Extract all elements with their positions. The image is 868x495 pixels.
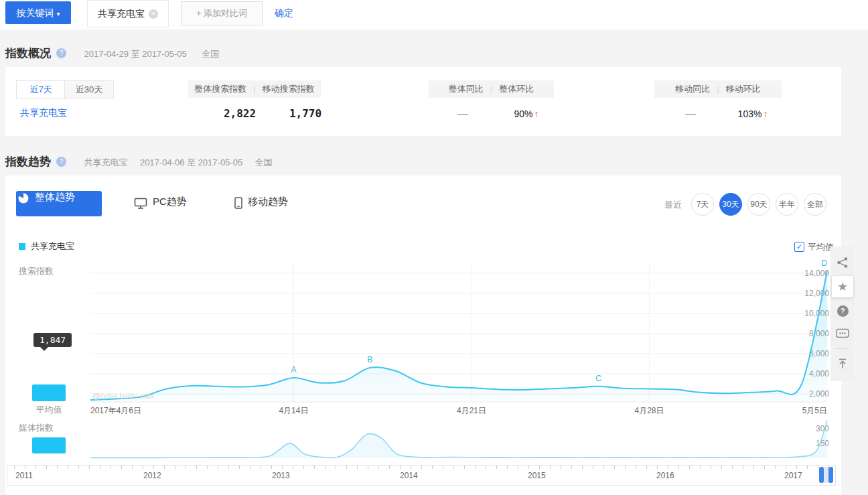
timeline-selection[interactable]: [824, 467, 828, 483]
tab-last-7-days[interactable]: 近7天: [16, 80, 66, 99]
trend-panel: 整体趋势 PC趋势 移动趋势 最近 7天 30天 90天 半年 全部 共享充电宝…: [5, 175, 841, 495]
overall-compare-headers: 整体同比|整体环比: [429, 80, 554, 98]
average-color-swatch: [32, 384, 66, 401]
keyword-mode-button[interactable]: 按关键词▾: [5, 1, 71, 24]
trend-date-range: 2017-04-06 至 2017-05-05: [140, 157, 242, 167]
svg-text:D: D: [821, 260, 827, 268]
floating-toolbar: ★ ?: [830, 246, 855, 381]
overall-search-index-header: 整体搜索指数: [194, 84, 246, 94]
timeline-handle-right[interactable]: [828, 467, 833, 483]
timeline-handle-left[interactable]: [819, 467, 824, 483]
timeline-brush[interactable]: 2011201220132014201520162017: [7, 465, 836, 486]
overview-header: 指数概况? 2017-04-29 至 2017-05-05 全国: [5, 46, 219, 61]
legend-keyword[interactable]: 共享充电宝: [31, 240, 74, 253]
plus-sign: +: [196, 8, 202, 18]
mobile-yoy-value: —: [664, 105, 717, 123]
timeline-year: 2015: [528, 471, 546, 480]
overview-title: 指数概况: [5, 47, 51, 60]
baidu-index-page: 按关键词▾ 共享充电宝+ + 添加对比词 确定 指数概况? 2017-04-29…: [0, 0, 868, 495]
svg-text:300: 300: [816, 424, 829, 433]
media-index-chart[interactable]: 300150: [86, 419, 837, 460]
toolbar-divider: [837, 348, 849, 349]
timeline-year: 2016: [656, 471, 674, 480]
overall-search-index-value: 2,822: [206, 105, 273, 123]
up-arrow-icon: [763, 109, 768, 119]
share-icon: [837, 257, 849, 269]
average-label: 平均值: [32, 404, 66, 416]
chevron-down-icon: ▾: [56, 10, 60, 17]
svg-text:4月28日: 4月28日: [634, 406, 664, 415]
top-toolbar: 按关键词▾ 共享充电宝+ + 添加对比词 确定: [0, 0, 868, 29]
trend-region: 全国: [255, 157, 273, 167]
back-to-top-button[interactable]: [833, 354, 852, 373]
trend-title: 指数趋势: [5, 155, 51, 168]
tab-overall-trend[interactable]: 整体趋势: [16, 191, 102, 216]
overall-mom-header: 整体环比: [499, 84, 534, 94]
svg-text:A: A: [291, 365, 296, 374]
add-compare-label: 添加对比词: [204, 8, 247, 18]
tab-last-30-days[interactable]: 近30天: [64, 80, 114, 99]
range-90-days[interactable]: 90天: [747, 193, 770, 216]
mobile-mom-header: 移动环比: [726, 84, 761, 94]
range-all[interactable]: 全部: [804, 193, 826, 216]
mobile-yoy-header: 移动同比: [675, 84, 710, 94]
trend-keyword: 共享充电宝: [84, 157, 127, 167]
overview-date-range: 2017-04-29 至 2017-05-05: [84, 49, 186, 59]
svg-text:C: C: [595, 374, 601, 383]
overview-keyword-link[interactable]: 共享充电宝: [20, 107, 67, 119]
search-index-axis-label: 搜索指数: [19, 265, 54, 277]
help-button[interactable]: ?: [833, 301, 852, 320]
timeline-year: 2013: [272, 471, 290, 480]
range-30-days[interactable]: 30天: [719, 193, 742, 216]
timeline-ticks: [14, 466, 831, 469]
svg-text:4月14日: 4月14日: [279, 406, 308, 415]
star-icon: ★: [837, 281, 848, 293]
media-average-color-swatch: [32, 437, 66, 453]
svg-text:2017年4月6日: 2017年4月6日: [90, 406, 141, 415]
arrow-up-icon: [837, 358, 849, 370]
search-index-chart[interactable]: 2,0004,0006,0008,00010,00012,00014,000AB…: [86, 260, 837, 421]
mobile-mom-percent: 103%: [738, 109, 762, 119]
overview-region: 全国: [202, 49, 219, 59]
feedback-button[interactable]: [833, 324, 852, 343]
comment-icon: [836, 328, 849, 340]
overall-mom-value: 90%: [493, 105, 560, 123]
series-color-swatch: [19, 243, 25, 250]
recent-label: 最近: [664, 199, 682, 211]
timeline-year: 2012: [143, 471, 161, 480]
mobile-search-index-header: 移动搜索指数: [263, 84, 315, 94]
mobile-mom-value: 103%: [719, 105, 786, 123]
favorite-button[interactable]: ★: [832, 276, 853, 297]
svg-text:@index.baidu.com: @index.baidu.com: [92, 392, 153, 400]
confirm-button[interactable]: 确定: [275, 7, 293, 19]
pie-chart-icon: [17, 192, 29, 204]
timeline-year: 2011: [15, 471, 33, 480]
overall-mom-percent: 90%: [514, 109, 532, 119]
average-value-tooltip: 1,847: [33, 333, 72, 347]
average-checkbox[interactable]: [794, 242, 804, 252]
help-icon[interactable]: ?: [56, 157, 66, 167]
overview-panel: 近7天 近30天 整体搜索指数|移动搜索指数 整体同比|整体环比 移动同比|移动…: [5, 67, 841, 136]
help-icon[interactable]: ?: [56, 48, 66, 58]
range-half-year[interactable]: 半年: [776, 193, 798, 216]
timeline-year: 2014: [400, 471, 418, 480]
pc-trend-label: PC趋势: [153, 196, 187, 207]
tab-pc-trend[interactable]: PC趋势: [134, 196, 187, 209]
overall-yoy-value: —: [436, 105, 490, 123]
tab-mobile-trend[interactable]: 移动趋势: [234, 196, 288, 209]
svg-text:4月21日: 4月21日: [457, 406, 486, 415]
phone-icon: [234, 197, 242, 209]
keyword-mode-label: 按关键词: [16, 7, 54, 18]
monitor-icon: [134, 198, 147, 209]
overall-trend-label: 整体趋势: [35, 191, 75, 202]
range-7-days[interactable]: 7天: [691, 193, 714, 216]
keyword-tab[interactable]: 共享充电宝+: [87, 0, 169, 27]
share-button[interactable]: [833, 253, 852, 272]
up-arrow-icon: [534, 109, 539, 119]
keyword-tab-label: 共享充电宝: [98, 8, 145, 19]
mobile-compare-headers: 移动同比|移动环比: [654, 80, 782, 98]
mobile-search-index-value: 1,770: [272, 105, 339, 123]
media-index-axis-label: 媒体指数: [19, 422, 54, 434]
add-icon[interactable]: +: [149, 9, 158, 19]
add-compare-button[interactable]: + 添加对比词: [181, 1, 263, 25]
